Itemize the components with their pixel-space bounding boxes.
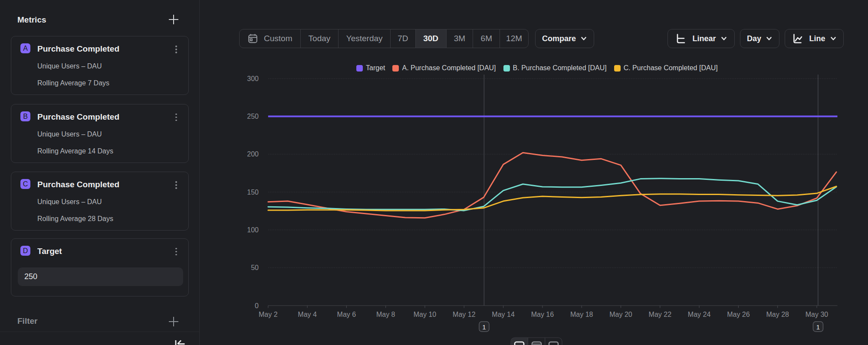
svg-text:May 12: May 12 (453, 311, 476, 318)
svg-text:May 30: May 30 (806, 311, 829, 318)
svg-text:May 18: May 18 (570, 311, 593, 318)
svg-text:1: 1 (816, 323, 820, 331)
svg-text:150: 150 (247, 189, 259, 196)
svg-text:May 2: May 2 (259, 311, 278, 318)
svg-text:1: 1 (482, 323, 486, 331)
svg-text:250: 250 (247, 113, 259, 120)
svg-text:0: 0 (255, 302, 259, 309)
svg-text:50: 50 (251, 264, 259, 271)
svg-text:May 24: May 24 (688, 311, 711, 318)
svg-text:May 20: May 20 (609, 311, 632, 318)
svg-text:200: 200 (247, 150, 259, 158)
svg-text:May 6: May 6 (337, 311, 356, 318)
svg-text:May 22: May 22 (649, 311, 672, 318)
svg-text:May 16: May 16 (531, 311, 554, 318)
svg-text:May 26: May 26 (727, 311, 750, 318)
svg-text:May 8: May 8 (376, 311, 395, 318)
svg-text:May 10: May 10 (414, 311, 437, 318)
svg-text:May 14: May 14 (492, 311, 515, 318)
svg-text:100: 100 (247, 226, 259, 234)
svg-text:May 4: May 4 (298, 311, 317, 318)
svg-text:300: 300 (247, 75, 259, 82)
svg-text:May 28: May 28 (766, 311, 789, 318)
